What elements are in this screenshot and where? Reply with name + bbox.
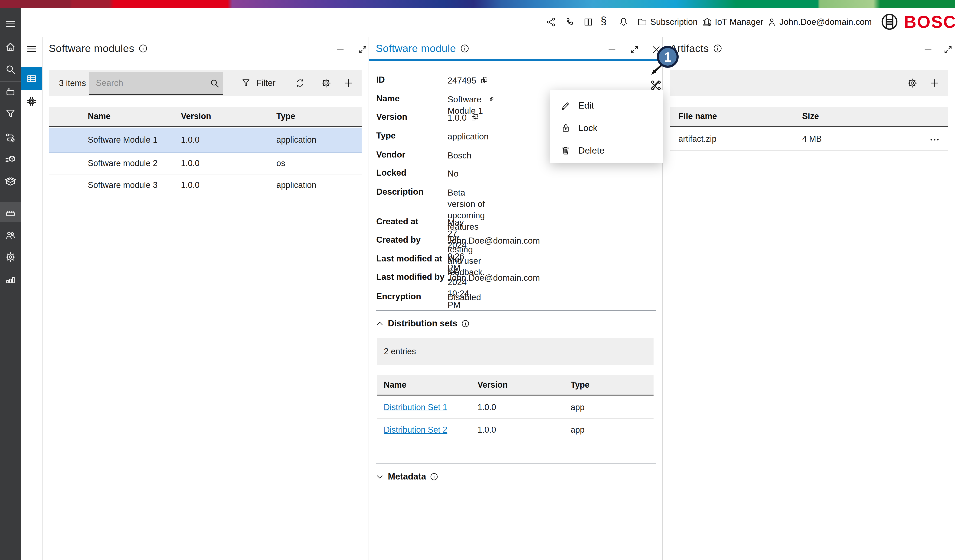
field-value: John.Doe@domain.com [448,235,540,246]
gear-icon[interactable] [320,77,332,89]
table-row[interactable]: artifact.zip 4 MB [670,128,948,151]
menu-item-lock[interactable]: Lock [550,117,663,139]
distribution-set-link[interactable]: Distribution Set 2 [384,425,447,435]
bell-icon[interactable] [618,17,629,27]
software-modules-title: Software modules [49,42,134,55]
field-label: Description [376,187,424,197]
rail-item-table-view[interactable] [21,67,42,90]
info-icon[interactable] [461,319,470,328]
minimize-icon[interactable] [607,44,617,55]
lock-icon [560,122,571,134]
modules-table-header: Name Version Type [49,107,362,127]
col-type[interactable]: Type [571,380,589,390]
folder-icon [637,17,648,27]
add-artifact-button[interactable] [928,77,940,89]
bosch-logo: BOSCH [879,12,955,32]
col-name[interactable]: Name [384,380,406,390]
add-module-button[interactable] [343,77,354,89]
table-row[interactable]: Distribution Set 1 1.0.0 app [377,396,654,419]
bosch-supergraphic-strip [0,0,955,8]
expand-icon[interactable] [943,44,953,55]
sidebar-item-devices[interactable] [5,86,17,98]
search-input[interactable] [89,72,223,95]
user-account[interactable]: John.Doe@domain.com [766,17,872,27]
col-type[interactable]: Type [276,111,295,121]
col-size[interactable]: Size [802,111,819,121]
table-row[interactable]: Software Module 1 1.0.0 application [49,128,362,153]
menu-item-label: Delete [578,145,604,156]
subscription-nav[interactable]: Subscription [637,17,698,27]
sidebar-divider [0,81,21,82]
table-row[interactable]: Software module 2 1.0.0 os [49,153,362,175]
copy-icon[interactable] [479,75,489,85]
cell-type: application [276,135,316,145]
table-row[interactable]: Software module 3 1.0.0 application [49,175,362,196]
refresh-icon[interactable] [294,77,306,89]
field-label: Last modified at [376,254,442,264]
sidebar-item-home[interactable] [5,41,17,53]
actions-context-menu: Edit Lock Delete [550,90,663,163]
gear-icon[interactable] [906,77,918,89]
sidebar-item-settings[interactable] [5,251,17,263]
software-modules-panel: Software modules 3 items Filter [42,37,369,560]
book-icon[interactable] [583,17,593,27]
sidebar-item-filters[interactable] [5,108,17,120]
rail-item-chip-view[interactable] [25,95,38,108]
minimize-icon[interactable] [923,44,933,55]
sidebar-item-users[interactable] [5,229,17,241]
iot-manager-label: IoT Manager [715,17,763,27]
bank-icon [702,17,712,27]
funnel-icon [241,78,251,88]
subscription-label: Subscription [650,17,698,27]
copy-icon[interactable] [489,94,495,104]
sidebar-item-analytics[interactable] [5,273,17,285]
panel-rail [21,37,42,560]
field-label: Last modified by [376,272,445,282]
iot-manager-nav[interactable]: IoT Manager [702,17,763,27]
section-divider [376,463,656,464]
search-icon[interactable] [209,78,220,89]
expand-icon[interactable] [357,44,368,55]
col-name[interactable]: Name [88,111,111,121]
sidebar-item-software-modules[interactable] [5,206,17,218]
artifacts-panel: Artifacts File name Size artifact.zip 4 … [662,37,955,560]
minimize-icon[interactable] [335,44,346,55]
table-icon [26,73,38,84]
info-icon[interactable] [429,472,439,481]
entries-count-band: 2 entries [377,338,654,365]
sidebar-item-distributions[interactable] [5,154,17,166]
sidebar-item-packages[interactable] [5,176,17,188]
section-sign-icon[interactable]: § [601,15,607,26]
copy-icon[interactable] [470,112,480,122]
col-version[interactable]: Version [181,111,211,121]
section-divider [376,310,656,310]
table-row[interactable]: Distribution Set 2 1.0.0 app [377,419,654,441]
phone-icon[interactable] [564,17,575,27]
distribution-set-link[interactable]: Distribution Set 1 [384,402,447,412]
modules-toolbar: 3 items Filter [49,70,362,96]
cell-type: app [571,402,585,412]
menu-item-delete[interactable]: Delete [550,139,663,162]
cell-version: 1.0.0 [478,425,496,435]
menu-icon[interactable] [5,18,17,30]
col-version[interactable]: Version [478,380,508,390]
sidebar-item-rollouts[interactable] [5,131,17,144]
panel-menu-icon[interactable] [25,43,38,55]
expand-icon[interactable] [629,44,640,55]
cell-name: Software module 2 [88,158,158,168]
menu-item-edit[interactable]: Edit [550,94,663,117]
cell-version: 1.0.0 [181,180,199,190]
info-icon[interactable] [138,44,148,54]
share-icon[interactable] [546,17,556,27]
row-actions-dots-icon[interactable] [929,134,940,145]
info-icon[interactable] [460,44,470,54]
filter-button[interactable]: Filter [241,78,276,88]
cell-version: 1.0.0 [181,135,199,145]
cell-type: app [571,425,585,435]
metadata-header[interactable]: Metadata [375,472,439,482]
sidebar-item-search[interactable] [5,63,17,75]
info-icon[interactable] [712,44,723,54]
cell-type: application [276,180,316,190]
distribution-sets-header[interactable]: Distribution sets [375,318,470,329]
col-file-name[interactable]: File name [678,111,717,121]
